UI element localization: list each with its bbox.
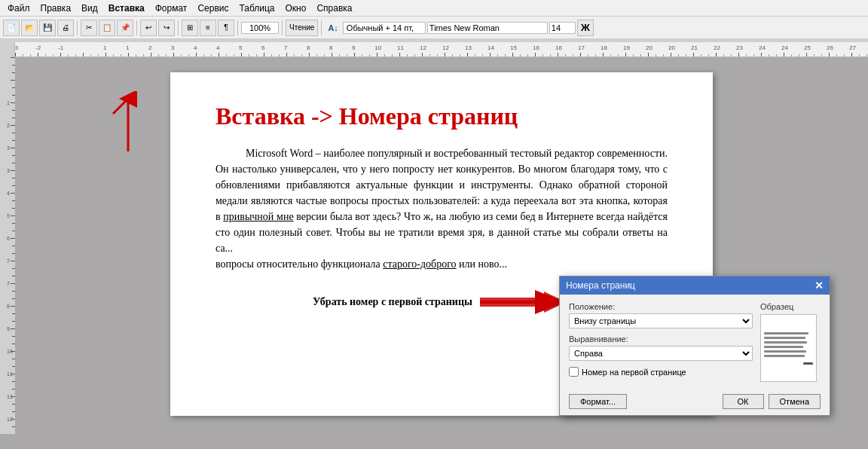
menu-table[interactable]: Таблица: [234, 2, 279, 15]
menu-window[interactable]: Окно: [281, 2, 311, 15]
alignment-select[interactable]: Справа: [569, 346, 753, 361]
preview-page-num: [764, 362, 813, 365]
dialog-footer: Формат... ОК Отмена: [560, 389, 830, 415]
preview-line-1: [764, 332, 808, 334]
menubar: Файл Правка Вид Вставка Формат Сервис Та…: [0, 0, 868, 17]
position-select[interactable]: Внизу страницы: [569, 313, 753, 328]
reading-mode-btn[interactable]: Чтение: [286, 20, 318, 36]
checkbox-row: Номер на первой странице: [569, 367, 753, 377]
page-area: Вставка -> Номера страниц Microsoft Word…: [15, 57, 868, 431]
ruler-corner: [0, 42, 15, 57]
preview-line-2: [764, 337, 805, 339]
arrow-up-annotation: [105, 91, 151, 162]
dialog-preview-panel: Образец: [760, 302, 821, 382]
para-btn[interactable]: ¶: [218, 20, 234, 36]
sep5: [282, 20, 283, 35]
preview-line-6: [764, 355, 805, 357]
preview-num-line: [803, 362, 813, 365]
menu-tools[interactable]: Сервис: [193, 2, 233, 15]
sep2: [136, 20, 137, 35]
paste-btn[interactable]: 📌: [117, 20, 133, 36]
preview-line-3: [764, 341, 807, 344]
ok-button[interactable]: ОК: [723, 394, 764, 409]
position-label: Положение:: [569, 302, 753, 311]
zoom-input[interactable]: [241, 22, 279, 34]
page-numbers-dialog: Номера страниц ✕ Положение: Внизу страни…: [559, 276, 830, 416]
sep6: [321, 20, 322, 35]
menu-file[interactable]: Файл: [3, 2, 35, 15]
dialog-close-button[interactable]: ✕: [815, 279, 824, 292]
cancel-button[interactable]: Отмена: [769, 394, 821, 409]
font-size-input[interactable]: [549, 22, 576, 34]
document-body: Microsoft Word – наиболее популярный и в…: [215, 145, 668, 256]
dialog-left-panel: Положение: Внизу страницы Выравнивание: …: [569, 302, 753, 382]
footer-label: Убрать номер с первой страницы: [313, 296, 472, 308]
left-ruler: [0, 57, 15, 431]
open-btn[interactable]: 📂: [21, 20, 38, 36]
font-select[interactable]: [427, 22, 548, 34]
menu-view[interactable]: Вид: [77, 2, 102, 15]
dialog-titlebar: Номера страниц ✕: [560, 276, 830, 295]
toolbar: 📄 📂 💾 🖨 ✂ 📋 📌 ↩ ↪ ⊞ ≡ ¶ Чтение A↓ Ж: [0, 17, 868, 39]
copy-btn[interactable]: 📋: [99, 20, 115, 36]
new-btn[interactable]: 📄: [3, 20, 20, 36]
document-heading: Вставка -> Номера страниц: [215, 102, 668, 130]
table-btn[interactable]: ⊞: [182, 20, 198, 36]
bold-button[interactable]: Ж: [577, 20, 594, 36]
align-btn[interactable]: ≡: [200, 20, 216, 36]
preview-box: [760, 314, 817, 382]
svg-line-2: [113, 99, 128, 114]
cut-btn[interactable]: ✂: [81, 20, 97, 36]
content-area: Вставка -> Номера страниц Microsoft Word…: [0, 57, 868, 431]
save-btn[interactable]: 💾: [39, 20, 56, 36]
preview-line-4: [764, 346, 803, 348]
alignment-label: Выравнивание:: [569, 334, 753, 344]
arrow-right-annotation: [480, 287, 570, 317]
first-page-checkbox[interactable]: [569, 367, 579, 377]
document-body-2: вопросы относительно функционала старого…: [215, 256, 668, 272]
preview-line-5: [764, 350, 806, 353]
sep4: [237, 20, 238, 35]
menu-format[interactable]: Формат: [151, 2, 192, 15]
format-button[interactable]: Формат...: [569, 394, 627, 409]
style-select[interactable]: [343, 22, 426, 34]
first-page-label: Номер на первой странице: [582, 368, 686, 377]
undo-btn[interactable]: ↩: [140, 20, 157, 36]
print-btn[interactable]: 🖨: [57, 20, 74, 36]
redo-btn[interactable]: ↪: [158, 20, 175, 36]
menu-edit[interactable]: Правка: [36, 2, 76, 15]
ruler-main: [15, 42, 868, 57]
sep3: [178, 20, 179, 35]
preview-label: Образец: [760, 302, 821, 311]
svg-marker-5: [480, 292, 567, 313]
dialog-title-text: Номера страниц: [566, 280, 635, 291]
menu-insert[interactable]: Вставка: [104, 2, 149, 15]
menu-help[interactable]: Справка: [312, 2, 356, 15]
ruler: [0, 42, 868, 57]
dialog-body: Положение: Внизу страницы Выравнивание: …: [560, 295, 830, 389]
sep1: [77, 20, 78, 35]
